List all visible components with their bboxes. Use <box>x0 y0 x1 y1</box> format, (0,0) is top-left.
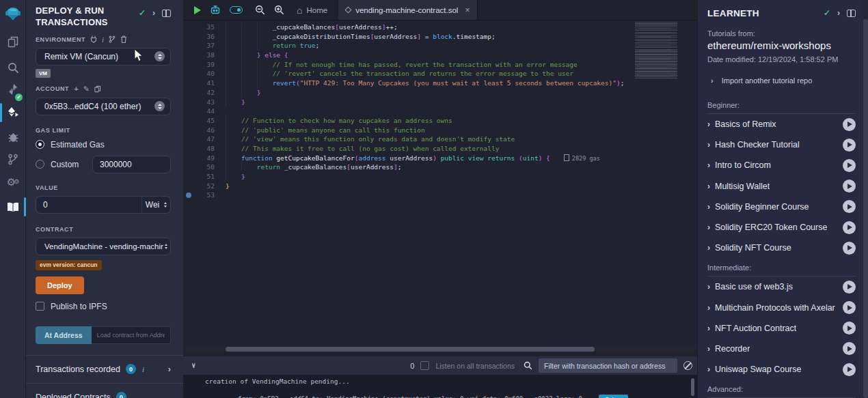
pin-panel-icon[interactable] <box>162 10 171 17</box>
listen-transactions-checkbox[interactable] <box>420 361 429 370</box>
environment-info-icon[interactable]: i <box>102 35 104 44</box>
copy-account-icon[interactable] <box>94 85 101 93</box>
transactions-info-icon[interactable]: i <box>142 365 144 373</box>
clear-terminal-icon[interactable] <box>683 361 692 370</box>
learneth-plugin-icon[interactable] <box>0 197 26 217</box>
debug-button[interactable]: Debug <box>599 395 628 398</box>
code-text[interactable]: _cupcakeDistributionTimes[userAddress] =… <box>226 32 697 42</box>
tutorial-item[interactable]: ›NFT Auction Contract <box>707 318 856 339</box>
code-text[interactable]: } <box>226 88 697 98</box>
remix-logo-icon[interactable] <box>0 4 26 25</box>
play-tutorial-button[interactable] <box>843 363 856 376</box>
value-unit-select[interactable]: Wei <box>141 196 171 214</box>
breakpoint-gutter[interactable] <box>183 79 194 88</box>
play-tutorial-button[interactable] <box>843 221 856 234</box>
code-text[interactable]: revert("HTTP 429: Too Many Cupcakes (you… <box>226 79 697 88</box>
code-text[interactable]: } else { <box>226 51 697 60</box>
learneth-scrollbar-thumb[interactable] <box>863 19 868 398</box>
code-text[interactable]: // If not enough time has passed, revert… <box>226 60 697 70</box>
breakpoint-gutter[interactable] <box>183 32 194 42</box>
publish-ipfs-checkbox[interactable] <box>36 302 44 311</box>
play-tutorial-button[interactable] <box>843 139 856 152</box>
settings-icon[interactable]: ⚙⚙ <box>0 172 26 193</box>
code-text[interactable]: return _cupcakeBalances[userAddress]; <box>226 162 697 172</box>
horizontal-scrollbar[interactable] <box>183 345 697 352</box>
breakpoint-gutter[interactable] <box>183 126 194 135</box>
tutorial-item[interactable]: ›Solidity Beginner Course <box>707 197 856 217</box>
play-tutorial-button[interactable] <box>843 301 856 314</box>
search-icon[interactable] <box>0 57 26 78</box>
contract-stepper-icon[interactable] <box>165 244 167 249</box>
breakpoint-gutter[interactable] <box>183 51 194 60</box>
breakpoint-gutter[interactable] <box>183 41 194 51</box>
tutorial-item[interactable]: ›Basic use of web3.js <box>707 276 856 297</box>
code-text[interactable]: // 'public' means anyone can call this f… <box>226 126 697 135</box>
contract-select[interactable]: VendingMachine - vending-machin <box>36 238 171 255</box>
play-tutorial-button[interactable] <box>843 342 856 355</box>
file-explorer-icon[interactable] <box>0 31 26 52</box>
learneth-expand-icon[interactable]: › <box>837 8 840 18</box>
breakpoint-gutter[interactable] <box>183 98 194 107</box>
breakpoint-dot[interactable] <box>186 193 191 198</box>
account-dropdown-icon[interactable] <box>154 101 165 111</box>
add-account-icon[interactable]: + <box>74 85 78 93</box>
edit-account-icon[interactable]: ✎ <box>83 85 90 94</box>
delete-environment-icon[interactable] <box>120 35 127 43</box>
custom-gas-radio[interactable] <box>36 160 44 169</box>
breakpoint-gutter[interactable] <box>183 106 194 116</box>
fork-environment-icon[interactable] <box>109 35 116 43</box>
tutorial-item[interactable]: ›Solidity ERC20 Token Course <box>707 217 856 238</box>
at-address-input[interactable] <box>92 326 171 344</box>
transactions-recorded-row[interactable]: Transactions recorded 0 i › <box>26 356 183 383</box>
collapse-terminal-icon[interactable]: ∨∨ <box>191 363 196 368</box>
ai-toggle-icon[interactable] <box>230 6 243 14</box>
breakpoint-gutter[interactable] <box>183 60 194 70</box>
ai-assistant-robot-icon[interactable] <box>210 5 221 15</box>
tutorial-item[interactable]: ›Multisig Wallet <box>707 176 856 197</box>
account-select[interactable]: 0x5B3...eddC4 (100 ether) <box>36 98 171 115</box>
zoom-out-icon[interactable] <box>255 5 265 15</box>
debugger-icon[interactable] <box>0 126 26 147</box>
panel-expand-icon[interactable]: › <box>152 8 155 18</box>
scrollbar-thumb[interactable] <box>226 347 595 352</box>
tutorial-item[interactable]: ›Solidity NFT Course <box>707 238 856 258</box>
breakpoint-gutter[interactable] <box>183 162 194 172</box>
tutorial-item[interactable]: ›Basics of Remix <box>707 114 856 134</box>
home-tab[interactable]: ⌂ Home <box>297 0 327 20</box>
zoom-in-icon[interactable] <box>274 5 284 15</box>
breakpoint-gutter[interactable] <box>183 144 194 154</box>
play-tutorial-button[interactable] <box>843 159 856 172</box>
code-area[interactable]: 35_cupcakeBalances[userAddress]++;36_cup… <box>183 20 697 345</box>
breakpoint-gutter[interactable] <box>183 190 194 200</box>
code-text[interactable]: return true; <box>226 41 697 51</box>
terminal-search-icon[interactable] <box>524 361 532 370</box>
deploy-run-icon[interactable] <box>0 102 26 123</box>
code-text[interactable]: } <box>226 172 697 182</box>
unit-stepper-icon[interactable] <box>164 202 167 208</box>
code-text[interactable]: } <box>226 98 697 107</box>
deployed-contracts-row[interactable]: Deployed Contracts 0 <box>26 384 183 398</box>
code-text[interactable] <box>226 190 697 200</box>
deploy-button[interactable]: Deploy <box>36 276 84 294</box>
tutorial-item[interactable]: ›Uniswap Swap Course <box>707 359 856 380</box>
minimap[interactable] <box>632 22 691 79</box>
terminal-filter-input[interactable] <box>539 358 677 373</box>
breakpoint-gutter[interactable] <box>183 116 194 126</box>
breakpoint-gutter[interactable] <box>183 23 194 32</box>
git-icon[interactable] <box>0 149 26 169</box>
solidity-compiler-icon[interactable]: ✓ <box>0 79 26 100</box>
code-text[interactable]: function getCupcakeBalanceFor(address us… <box>226 154 697 163</box>
estimated-gas-radio[interactable] <box>36 140 44 149</box>
plug-icon[interactable] <box>90 35 97 43</box>
tutorial-item[interactable]: ›Hash Checker Tutorial <box>707 134 856 155</box>
learneth-scrollbar[interactable] <box>863 0 868 398</box>
close-tab-icon[interactable]: × <box>465 5 470 15</box>
run-script-icon[interactable] <box>194 6 201 14</box>
breakpoint-gutter[interactable] <box>183 69 194 79</box>
code-text[interactable]: // 'view' means this function only reads… <box>226 134 697 144</box>
code-text[interactable]: // This makes it free to call (no gas co… <box>226 144 697 154</box>
tutorial-item[interactable]: ›Multichain Protocols with Axelar <box>707 298 856 318</box>
breakpoint-gutter[interactable] <box>183 172 194 182</box>
tutorial-item[interactable]: ›Intro to Circom <box>707 155 856 175</box>
breakpoint-gutter[interactable] <box>183 154 194 163</box>
